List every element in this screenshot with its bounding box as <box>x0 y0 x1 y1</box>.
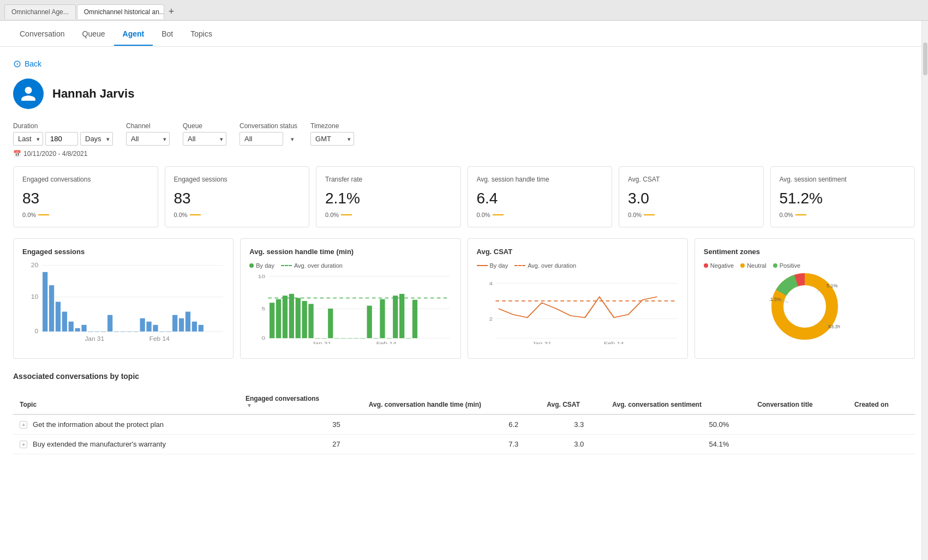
svg-rect-22 <box>146 322 151 332</box>
trend-line-4 <box>493 214 504 215</box>
engaged-sessions-chart: Engaged sessions 20 10 0 <box>13 238 234 359</box>
queue-select[interactable]: All <box>183 132 226 146</box>
avg-csat-chart-title: Avg. CSAT <box>477 248 679 256</box>
col-avg-csat: Avg. CSAT <box>540 389 606 414</box>
duration-unit-select[interactable]: Days <box>80 132 113 146</box>
browser-tab-2[interactable]: Omnichannel historical an... ✕ <box>77 4 164 19</box>
timezone-select[interactable]: GMT <box>310 132 354 146</box>
svg-text:Jan 31: Jan 31 <box>312 340 332 344</box>
data-table: Topic Engaged conversations ▼ Avg. conve… <box>13 389 915 454</box>
svg-rect-54 <box>361 338 366 339</box>
svg-rect-8 <box>56 302 61 332</box>
table-body: + Get the information about the protect … <box>13 414 915 454</box>
svg-rect-61 <box>406 338 411 339</box>
svg-rect-62 <box>412 300 417 338</box>
browser-tab-2-label: Omnichannel historical an... <box>84 8 164 16</box>
cell-created-on <box>848 414 915 435</box>
svg-rect-49 <box>328 309 333 338</box>
expand-icon[interactable]: + <box>20 421 27 429</box>
svg-rect-13 <box>88 332 93 332</box>
svg-text:Jan 31: Jan 31 <box>85 336 104 342</box>
conversation-status-wrapper: All <box>240 132 297 146</box>
conversation-status-select[interactable]: All <box>240 132 283 146</box>
avatar <box>13 79 44 109</box>
nav-bot[interactable]: Bot <box>153 22 182 46</box>
cell-conversation-title <box>751 414 848 435</box>
duration-controls: Last Days <box>13 132 113 146</box>
date-range-text: 10/11/2020 - 4/8/2021 <box>23 150 87 158</box>
expand-icon[interactable]: + <box>20 441 27 448</box>
cell-avg-csat: 3.3 <box>540 414 606 435</box>
kpi-row: Engaged conversations 83 0.0% Engaged se… <box>13 166 915 227</box>
nav-agent[interactable]: Agent <box>114 22 153 46</box>
nav-queue[interactable]: Queue <box>74 22 114 46</box>
negative-legend: Negative <box>704 262 734 269</box>
browser-tab-1[interactable]: Omnichannel Age... <box>4 4 76 19</box>
svg-rect-30 <box>199 325 203 332</box>
svg-rect-26 <box>172 315 177 332</box>
svg-rect-17 <box>114 332 119 332</box>
donut-svg: 5.1% 11.5% 83.3% <box>769 271 840 342</box>
green-dash-line <box>281 265 292 266</box>
cell-engaged-conversations: 35 <box>239 414 362 435</box>
scrollbar-thumb[interactable] <box>923 43 927 75</box>
kpi-engaged-conversations-change: 0.0% <box>22 212 36 218</box>
svg-rect-40 <box>270 303 274 338</box>
orange-solid-line <box>477 265 488 266</box>
avg-session-handle-time-chart: Avg. session handle time (min) By day Av… <box>240 238 460 359</box>
engaged-sessions-chart-title: Engaged sessions <box>22 248 224 256</box>
kpi-avg-sentiment-title: Avg. session sentiment <box>780 176 906 183</box>
svg-rect-42 <box>283 296 288 338</box>
timezone-wrapper: GMT <box>310 132 354 146</box>
calendar-icon: 📅 <box>13 150 21 158</box>
kpi-avg-sentiment-footer: 0.0% <box>780 212 906 218</box>
col-engaged-conversations[interactable]: Engaged conversations ▼ <box>239 389 362 414</box>
csat-legend-avg: Avg. over duration <box>514 262 576 269</box>
col-avg-handle-time: Avg. conversation handle time (min) <box>362 389 540 414</box>
positive-legend: Positive <box>773 262 801 269</box>
svg-text:Feb 14: Feb 14 <box>603 340 624 344</box>
svg-rect-57 <box>380 299 385 339</box>
sentiment-zones-title: Sentiment zones <box>704 248 906 256</box>
scrollbar-track[interactable] <box>921 21 928 560</box>
queue-label: Queue <box>183 122 226 130</box>
svg-rect-15 <box>101 332 106 332</box>
svg-rect-27 <box>179 318 184 332</box>
neutral-label: Neutral <box>747 262 766 269</box>
svg-rect-52 <box>348 338 352 339</box>
charts-row: Engaged sessions 20 10 0 <box>13 238 915 359</box>
kpi-transfer-rate-footer: 0.0% <box>325 212 452 218</box>
nav-topics[interactable]: Topics <box>182 22 221 46</box>
kpi-engaged-conversations-value: 83 <box>22 190 149 207</box>
cell-created-on <box>848 435 915 454</box>
add-tab-button[interactable]: + <box>165 6 178 17</box>
kpi-engaged-sessions-value: 83 <box>174 190 301 207</box>
kpi-engaged-conversations-footer: 0.0% <box>22 212 149 218</box>
kpi-engaged-sessions-title: Engaged sessions <box>174 176 301 183</box>
cell-avg-handle-time: 7.3 <box>362 435 540 454</box>
svg-text:11.5%: 11.5% <box>769 297 781 302</box>
svg-rect-48 <box>321 338 326 339</box>
channel-select[interactable]: All <box>126 132 170 146</box>
kpi-avg-csat: Avg. CSAT 3.0 0.0% <box>619 166 764 227</box>
svg-rect-20 <box>134 332 139 332</box>
duration-value-input[interactable] <box>45 132 78 146</box>
svg-rect-55 <box>367 306 372 339</box>
queue-filter: Queue All <box>183 122 226 146</box>
kpi-avg-sentiment-value: 51.2% <box>780 190 906 207</box>
kpi-avg-handle-time-title: Avg. session handle time <box>477 176 603 183</box>
nav-conversation[interactable]: Conversation <box>11 22 74 46</box>
svg-rect-12 <box>81 325 86 332</box>
nav-bar: Conversation Queue Agent Bot Topics <box>0 21 928 47</box>
duration-select[interactable]: Last <box>13 132 43 146</box>
conversation-status-filter: Conversation status All <box>240 122 297 146</box>
col-avg-sentiment: Avg. conversation sentiment <box>606 389 751 414</box>
back-icon: ⊙ <box>13 58 21 70</box>
svg-rect-21 <box>140 318 145 332</box>
negative-dot <box>704 263 708 268</box>
cell-topic: + Get the information about the protect … <box>13 414 239 435</box>
kpi-avg-csat-title: Avg. CSAT <box>628 176 755 183</box>
filters-row: Duration Last Days Channel All <box>13 122 915 146</box>
legend-by-day: By day <box>249 262 274 269</box>
back-button[interactable]: ⊙ Back <box>13 58 41 70</box>
